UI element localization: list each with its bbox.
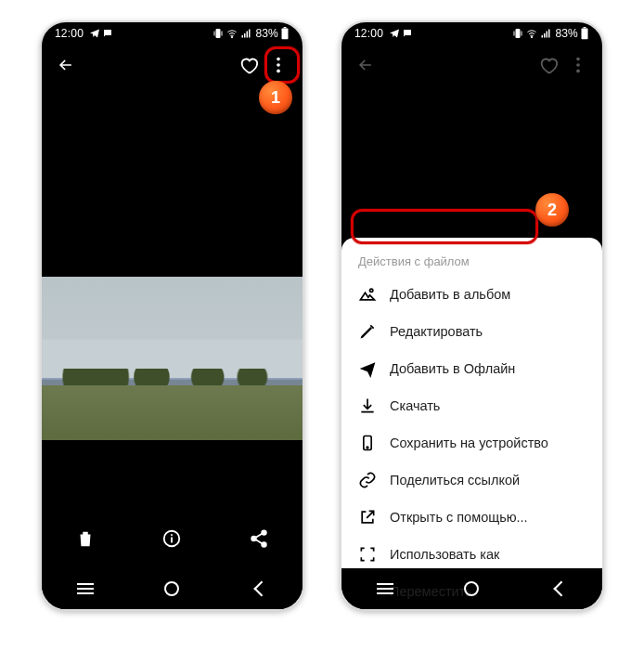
sheet-item-open-with[interactable]: Открыть с помощью...: [341, 499, 602, 536]
svg-point-0: [232, 36, 234, 38]
sheet-item-use-as[interactable]: Использовать как: [341, 536, 602, 573]
message-icon: [402, 28, 413, 39]
share-icon[interactable]: [244, 524, 274, 553]
trash-icon[interactable]: [71, 524, 100, 553]
nav-back-icon[interactable]: [246, 576, 272, 602]
sheet-item-copy[interactable]: Копировать: [341, 610, 602, 611]
nav-recent-icon[interactable]: [372, 576, 398, 602]
svg-point-15: [576, 70, 580, 73]
sheet-item-label: Редактировать: [390, 324, 483, 339]
photo-content: [42, 277, 303, 440]
frame-corners-icon: [358, 545, 377, 564]
svg-point-16: [370, 289, 373, 292]
svg-rect-11: [582, 28, 588, 39]
bottom-action-bar: [42, 516, 303, 561]
heart-icon[interactable]: [534, 50, 563, 80]
download-icon: [358, 396, 377, 415]
nav-home-icon[interactable]: [458, 576, 484, 602]
mountain-icon: [358, 285, 377, 304]
nav-home-icon[interactable]: [159, 576, 185, 602]
signal-icon: [540, 28, 551, 39]
telegram-icon: [389, 28, 400, 39]
status-battery-pct: 83%: [255, 27, 278, 40]
nav-back-icon[interactable]: [546, 576, 572, 602]
app-bar: [42, 45, 303, 85]
open-external-icon: [358, 508, 377, 526]
svg-point-10: [532, 36, 534, 38]
svg-point-3: [277, 58, 280, 61]
airplane-icon: [358, 359, 377, 378]
wifi-icon: [525, 28, 538, 39]
sheet-item-add-to-album[interactable]: Добавить в альбом: [341, 276, 602, 313]
sheet-item-label: Скачать: [390, 398, 440, 413]
sheet-item-label: Добавить в альбом: [390, 287, 510, 302]
svg-point-5: [277, 70, 280, 73]
pencil-icon: [358, 322, 377, 341]
android-nav-bar: [341, 568, 602, 609]
phone-screenshot-left: 12:00 83%: [40, 20, 304, 611]
sheet-item-label: Поделиться ссылкой: [390, 473, 520, 488]
message-icon: [102, 28, 113, 39]
svg-point-14: [576, 63, 580, 67]
back-icon[interactable]: [51, 50, 81, 80]
more-icon[interactable]: [264, 50, 293, 80]
info-icon[interactable]: [157, 524, 187, 553]
status-bar: 12:00 83%: [42, 22, 303, 45]
nav-recent-icon[interactable]: [72, 576, 98, 602]
photo-viewport-dimmed: Действия с файлом Добавить в альбом Реда…: [341, 85, 602, 609]
sheet-item-save-device[interactable]: Сохранить на устройство: [341, 424, 602, 462]
more-icon[interactable]: [563, 50, 593, 80]
phone-screenshot-right: 12:00 83% Действия с файлом: [340, 20, 604, 611]
vibrate-icon: [512, 28, 523, 39]
status-time: 12:00: [55, 27, 84, 40]
svg-point-13: [576, 58, 580, 61]
sheet-item-share-link[interactable]: Поделиться ссылкой: [341, 462, 602, 499]
svg-point-4: [277, 63, 280, 67]
svg-point-18: [367, 447, 368, 448]
status-battery-pct: 83%: [555, 27, 578, 40]
sheet-item-label: Сохранить на устройство: [390, 436, 548, 450]
device-icon: [358, 434, 377, 452]
telegram-icon: [89, 28, 100, 39]
battery-icon: [580, 27, 589, 40]
action-sheet: Действия с файлом Добавить в альбом Реда…: [341, 238, 602, 568]
signal-icon: [240, 28, 251, 39]
wifi-icon: [225, 28, 238, 39]
sheet-item-edit[interactable]: Редактировать: [341, 313, 602, 350]
back-icon[interactable]: [351, 50, 380, 80]
photo-viewport[interactable]: [42, 85, 303, 609]
battery-icon: [280, 27, 290, 40]
sheet-item-add-offline[interactable]: Добавить в Офлайн: [341, 350, 602, 387]
sheet-title: Действия с файлом: [341, 249, 602, 276]
svg-rect-12: [584, 27, 586, 28]
svg-rect-1: [282, 28, 289, 39]
sheet-item-download[interactable]: Скачать: [341, 387, 602, 424]
sheet-item-label: Добавить в Офлайн: [390, 361, 515, 376]
vibrate-icon: [213, 28, 224, 39]
status-bar: 12:00 83%: [341, 22, 602, 45]
status-time: 12:00: [354, 27, 383, 40]
app-bar: [341, 45, 602, 85]
sheet-item-label: Открыть с помощью...: [390, 510, 528, 525]
sheet-item-label: Использовать как: [390, 547, 499, 562]
heart-icon[interactable]: [234, 50, 264, 80]
android-nav-bar: [42, 568, 303, 609]
svg-rect-2: [284, 27, 287, 28]
link-icon: [358, 471, 377, 489]
